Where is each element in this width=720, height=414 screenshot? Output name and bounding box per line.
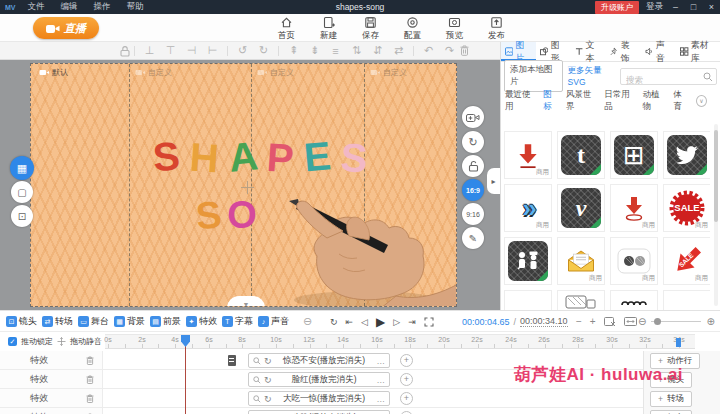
zoom-out-icon[interactable]: ⊖ xyxy=(638,316,646,327)
prev-frame-button[interactable]: ◁ xyxy=(361,317,368,327)
tab-decorations[interactable]: 装饰 xyxy=(606,42,641,61)
zoom-in-icon[interactable]: ⊕ xyxy=(706,316,714,327)
time-ruler[interactable]: 0s 2s 4s 6s 8s 10s 12s 14s 16s 18s 20s 2… xyxy=(105,334,695,349)
camera-frame-label[interactable]: 自定义 xyxy=(257,67,294,78)
camera-frame-label[interactable]: 自定义 xyxy=(370,67,407,78)
settings-button[interactable]: 配置 xyxy=(398,16,427,42)
effect-clip[interactable]: ↻ 脸红(播放完消失) … xyxy=(248,372,390,387)
align-left-icon[interactable]: ⊣ xyxy=(181,44,202,57)
category-daily[interactable]: 日常用品 xyxy=(604,89,635,113)
tab-sounds[interactable]: 声音 xyxy=(641,42,676,61)
add-camera-track-button[interactable]: ⊡镜头 xyxy=(6,315,37,328)
tab-images[interactable]: 图片 xyxy=(501,42,536,61)
frame-button[interactable]: ▢ xyxy=(11,181,33,203)
range-end-marker[interactable] xyxy=(676,338,681,347)
search-input[interactable] xyxy=(621,72,716,87)
ratio-16-9-button[interactable]: 16:9 xyxy=(462,179,484,201)
trash-icon[interactable] xyxy=(86,375,94,384)
clip-start-badge[interactable] xyxy=(228,355,236,366)
category-animals[interactable]: 动植物 xyxy=(643,89,667,113)
minimize-button[interactable]: – xyxy=(670,2,681,12)
align-top-icon[interactable]: ⊥ xyxy=(139,44,160,57)
camera-frame-label[interactable]: 默认 xyxy=(39,67,68,78)
tab-library[interactable]: 素材库 xyxy=(676,42,720,61)
add-stage-button[interactable]: ▭舞台 xyxy=(78,315,109,328)
menu-edit[interactable]: 编辑 xyxy=(53,1,86,13)
zoom-slider-knob[interactable] xyxy=(654,318,661,325)
menu-help[interactable]: 帮助 xyxy=(119,1,152,13)
scrollbar-thumb[interactable] xyxy=(714,130,718,222)
publish-button[interactable]: 发布 xyxy=(482,16,511,42)
tab-text[interactable]: 文本 xyxy=(571,42,606,61)
layer-down-icon[interactable]: ⇟ xyxy=(304,44,325,57)
asset-sale-arrow[interactable]: SALE 商用 xyxy=(663,237,710,285)
add-effect-button[interactable]: ✦特效 xyxy=(186,315,217,328)
undo-icon[interactable]: ↶ xyxy=(418,44,439,57)
rotate-right-icon[interactable]: ↻ xyxy=(253,44,274,57)
panel-expand-handle[interactable]: ▸ xyxy=(487,168,500,194)
swap-vertical-icon[interactable]: ⇵ xyxy=(367,44,388,57)
category-sports[interactable]: 体育 xyxy=(673,89,689,113)
lock-icon[interactable] xyxy=(120,45,130,57)
category-icons[interactable]: 图标 xyxy=(543,89,559,113)
trash-icon[interactable] xyxy=(86,356,94,365)
play-button[interactable]: ▶ xyxy=(376,315,385,329)
edit-canvas-button[interactable]: ✎ xyxy=(462,227,484,249)
delete-icon[interactable] xyxy=(460,45,469,56)
ratio-9-16-button[interactable]: 9:16 xyxy=(462,203,484,225)
effect-clip[interactable]: ↻ 惊恐不安(播放完消失) … xyxy=(248,353,390,368)
clip-more-button[interactable]: … xyxy=(377,356,386,366)
add-sound-button[interactable]: ♪声音 xyxy=(258,315,289,328)
clip-more-button[interactable]: … xyxy=(377,394,386,404)
menu-file[interactable]: 文件 xyxy=(20,1,53,13)
more-svg-link[interactable]: 更多矢量SVG xyxy=(568,65,615,87)
asset-download-arrow[interactable]: 商用 xyxy=(504,131,552,179)
maximize-button[interactable]: □ xyxy=(688,2,699,12)
asset-partial-coupon[interactable] xyxy=(610,290,658,310)
clear-preview-icon[interactable] xyxy=(604,317,616,327)
push-lock-checkbox[interactable]: ✓ xyxy=(8,337,17,346)
replay-button[interactable]: ↻ xyxy=(330,317,338,327)
close-button[interactable]: × xyxy=(706,2,717,12)
add-clip-button[interactable]: + xyxy=(400,373,413,386)
panel-scrollbar[interactable] xyxy=(714,124,718,306)
asset-envelope[interactable]: 商用 xyxy=(557,237,605,285)
align-right-icon[interactable]: ⊢ xyxy=(202,44,223,57)
grid-toggle-button[interactable]: ▦ xyxy=(10,156,34,180)
jump-end-button[interactable]: ⇥ xyxy=(408,317,416,327)
fullscreen-icon[interactable] xyxy=(424,317,434,327)
asset-sale-badge[interactable]: SALE 商用 xyxy=(663,184,710,232)
flip-vertical-icon[interactable]: ⇅ xyxy=(346,44,367,57)
decrease-time-button[interactable]: − xyxy=(576,316,582,327)
rotate-camera-button[interactable]: ↻ xyxy=(462,131,484,153)
add-background-button[interactable]: ▦背景 xyxy=(114,315,145,328)
asset-tumblr[interactable]: t xyxy=(557,131,605,179)
asset-download-arrow-2[interactable]: 商用 xyxy=(610,184,658,232)
align-middle-icon[interactable]: ⊤ xyxy=(160,44,181,57)
search-icon[interactable] xyxy=(703,72,713,82)
asset-twitter[interactable] xyxy=(663,131,710,179)
camera-frame-label[interactable]: 自定义 xyxy=(135,67,172,78)
asset-partial-truck[interactable] xyxy=(557,290,605,310)
add-transition-row-button[interactable]: +转场 xyxy=(650,391,692,407)
effect-clip[interactable]: ↻ 大吃一惊(播放完消失) … xyxy=(248,391,390,406)
asset-workers[interactable] xyxy=(504,237,552,285)
asset-windows[interactable]: ⊞ xyxy=(610,131,658,179)
stage-canvas[interactable]: 默认 自定义 自定义 自定义 S H A P E S xyxy=(30,63,457,307)
asset-partial-blank[interactable] xyxy=(504,290,552,310)
lock-toggle-button[interactable] xyxy=(462,155,484,177)
layer-up-icon[interactable]: ⇞ xyxy=(283,44,304,57)
camera-preview-button[interactable]: ⊡ xyxy=(11,205,33,227)
category-expand-button[interactable]: ∨ xyxy=(696,95,707,107)
preview-button[interactable]: 预览 xyxy=(440,16,469,42)
add-subtitle-button[interactable]: T字幕 xyxy=(222,315,253,328)
add-clip-button[interactable]: + xyxy=(400,392,413,405)
upgrade-account-button[interactable]: 升级账户 xyxy=(595,1,639,14)
menu-actions[interactable]: 操作 xyxy=(86,1,119,13)
add-local-image-button[interactable]: 添加本地图片 xyxy=(504,60,563,92)
effect-clip[interactable]: ↻ 称赞(播放完消失) … xyxy=(248,410,390,414)
tab-shapes[interactable]: 图形 xyxy=(536,42,571,61)
redo-icon[interactable]: ↷ xyxy=(439,44,460,57)
canvas-collapse-tab[interactable]: ▼ xyxy=(227,296,265,307)
category-recent[interactable]: 最近使用 xyxy=(505,89,536,113)
